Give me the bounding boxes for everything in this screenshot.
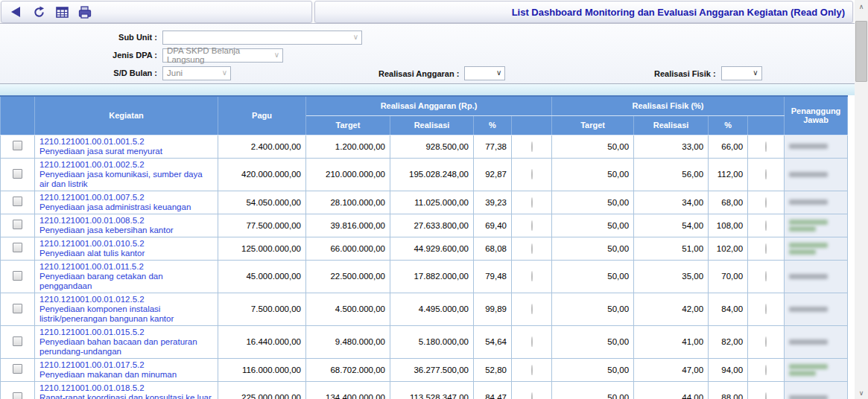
anggaran-pct-cell: 52,80 <box>474 358 512 381</box>
table-row: 1210.121001.00.01.015.5.2Penyediaan baha… <box>1 325 848 358</box>
anggaran-pct-cell: 54,64 <box>474 325 512 358</box>
header-fisik-indicator <box>748 115 785 135</box>
kegiatan-cell: 1210.121001.00.01.018.5.2Rapat-rapat koo… <box>35 381 218 399</box>
kegiatan-link[interactable]: 1210.121001.00.01.008.5.2Penyediaan jasa… <box>39 216 213 235</box>
row-checkbox[interactable] <box>13 364 22 374</box>
kegiatan-code: 1210.121001.00.01.015.5.2 <box>39 328 213 337</box>
sd-bulan-select[interactable]: Juni ∨ <box>162 66 231 80</box>
row-checkbox[interactable] <box>13 169 22 179</box>
row-checkbox[interactable] <box>13 197 22 206</box>
anggaran-target-cell: 66.000.000,00 <box>306 237 390 260</box>
anggaran-realisasi-cell: 4.495.000,00 <box>390 293 474 325</box>
scroll-up-button[interactable]: ∧ <box>855 0 868 13</box>
kegiatan-name: Penyediaan jasa kebersihan kantor <box>39 226 174 234</box>
sd-bulan-value: Juni <box>167 68 183 77</box>
kegiatan-link[interactable]: 1210.121001.00.01.001.5.2Penyediaan jasa… <box>39 137 213 156</box>
kegiatan-link[interactable]: 1210.121001.00.01.010.5.2Penyediaan alat… <box>39 239 213 258</box>
refresh-button[interactable] <box>31 4 47 20</box>
kegiatan-link[interactable]: 1210.121001.00.01.011.5.2Penyediaan bara… <box>39 262 213 291</box>
bulb-glass <box>765 304 767 314</box>
kegiatan-cell: 1210.121001.00.01.008.5.2Penyediaan jasa… <box>35 214 218 237</box>
kegiatan-link[interactable]: 1210.121001.00.01.002.5.2Penyediaan jasa… <box>39 160 213 189</box>
fisik-target-cell: 50,00 <box>552 381 634 399</box>
row-checkbox[interactable] <box>13 243 22 252</box>
bulb-glass <box>765 336 767 347</box>
anggaran-status-cell <box>512 191 552 214</box>
penanggung-jawab-cell <box>785 191 848 214</box>
bulb-yellow-icon <box>526 142 538 151</box>
row-checkbox[interactable] <box>13 271 22 281</box>
header-kegiatan: Kegiatan <box>35 96 218 135</box>
bulb-glass <box>531 243 533 254</box>
sd-bulan-label: S/D Bulan : <box>0 68 162 77</box>
checkbox-cell <box>1 293 35 325</box>
kegiatan-cell: 1210.121001.00.01.001.5.2Penyediaan jasa… <box>35 135 218 158</box>
row-checkbox[interactable] <box>13 304 22 313</box>
fisik-realisasi-cell: 51,00 <box>634 237 709 260</box>
sub-unit-select[interactable]: ∨ <box>162 31 362 45</box>
fisik-target-cell: 50,00 <box>552 260 634 293</box>
fisik-realisasi-cell: 47,00 <box>634 358 709 381</box>
pagu-cell: 16.440.000,00 <box>218 325 306 358</box>
bulb-green-icon <box>760 304 772 313</box>
realisasi-anggaran-label: Realisasi Anggaran : <box>378 69 464 78</box>
bulb-green-icon <box>760 244 772 253</box>
scrollbar-thumb[interactable] <box>855 21 867 82</box>
fisik-target-cell: 50,00 <box>552 293 634 325</box>
row-checkbox[interactable] <box>13 392 22 399</box>
penanggung-jawab-cell <box>785 260 848 293</box>
anggaran-target-cell: 39.816.000,00 <box>306 214 390 237</box>
realisasi-fisik-select[interactable]: ∨ <box>721 66 762 80</box>
realisasi-anggaran-select[interactable]: ∨ <box>464 66 505 80</box>
dashboard-window: List Dashboard Monitoring dan Evaluasi A… <box>0 0 868 399</box>
fisik-status-cell <box>748 293 785 325</box>
back-button[interactable] <box>7 4 24 20</box>
fisik-pct-cell: 68,00 <box>709 191 748 214</box>
kegiatan-link[interactable]: 1210.121001.00.01.015.5.2Penyediaan baha… <box>39 328 213 357</box>
fisik-realisasi-cell: 42,00 <box>634 293 709 325</box>
kegiatan-link[interactable]: 1210.121001.00.01.007.5.2Penyediaan jasa… <box>39 193 213 212</box>
kegiatan-name: Penyediaan alat tulis kantor <box>39 249 145 258</box>
table-row: 1210.121001.00.01.011.5.2Penyediaan bara… <box>1 260 848 293</box>
fisik-realisasi-cell: 35,00 <box>634 260 709 293</box>
checkbox-cell <box>1 135 35 158</box>
anggaran-pct-cell: 77,38 <box>474 135 512 158</box>
chevron-down-icon: ∨ <box>496 68 501 77</box>
row-checkbox[interactable] <box>13 336 22 346</box>
penanggung-jawab-cell <box>785 293 848 325</box>
header-group-realisasi-anggaran: Realisasi Anggaran (Rp.) <box>306 96 552 115</box>
bulb-green-icon <box>760 221 772 230</box>
anggaran-realisasi-cell: 27.633.800,00 <box>390 214 474 237</box>
chevron-down-icon: ∨ <box>353 33 358 41</box>
fisik-status-cell <box>748 158 785 191</box>
pagu-cell: 54.050.000,00 <box>218 191 306 214</box>
blurred-name <box>789 144 828 149</box>
kegiatan-name: Penyediaan jasa komunikasi, sumber daya … <box>39 170 203 188</box>
pagu-cell: 45.000.000,00 <box>218 260 306 293</box>
chevron-up-icon: ∧ <box>859 3 864 10</box>
anggaran-status-cell <box>512 260 552 293</box>
header-group-realisasi-fisik: Realisasi Fisik (%) <box>552 96 785 115</box>
scroll-down-button[interactable]: ∨ <box>855 386 868 399</box>
table-row: 1210.121001.00.01.008.5.2Penyediaan jasa… <box>1 214 848 237</box>
bulb-glass <box>531 365 533 375</box>
bulb-green-icon <box>760 366 772 374</box>
penanggung-jawab-cell <box>785 214 848 237</box>
jenis-dpa-select[interactable]: DPA SKPD Belanja Langsung ∨ <box>162 48 283 63</box>
kegiatan-code: 1210.121001.00.01.002.5.2 <box>39 160 213 170</box>
table-row: 1210.121001.00.01.001.5.2Penyediaan jasa… <box>1 135 848 158</box>
row-checkbox[interactable] <box>13 141 22 150</box>
pagu-cell: 77.500.000,00 <box>218 214 306 237</box>
kegiatan-link[interactable]: 1210.121001.00.01.012.5.2Penyediaan komp… <box>39 295 213 324</box>
kegiatan-link[interactable]: 1210.121001.00.01.018.5.2Rapat-rapat koo… <box>39 383 213 399</box>
vertical-scrollbar[interactable]: ∧ ∨ <box>855 0 868 399</box>
jenis-dpa-value: DPA SKPD Belanja Langsung <box>167 46 269 64</box>
print-button[interactable] <box>77 4 93 20</box>
checkbox-cell <box>1 191 35 214</box>
kegiatan-cell: 1210.121001.00.01.015.5.2Penyediaan baha… <box>35 325 218 358</box>
anggaran-status-cell <box>512 214 552 237</box>
anggaran-realisasi-cell: 36.277.500,00 <box>390 358 474 381</box>
kegiatan-link[interactable]: 1210.121001.00.01.017.5.2Penyediaan maka… <box>39 360 213 380</box>
row-checkbox[interactable] <box>13 220 22 229</box>
grid-view-button[interactable] <box>54 4 70 20</box>
